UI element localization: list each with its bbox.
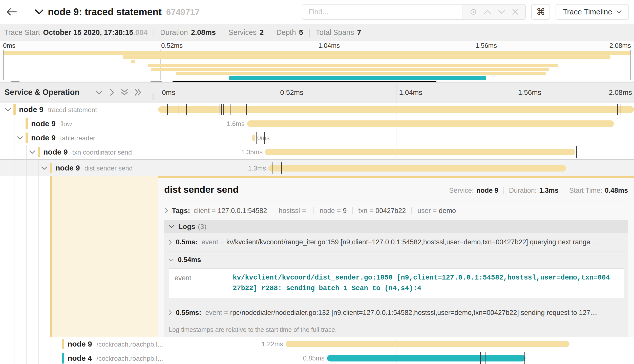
span-tree-cell[interactable]: node 9dist sender send: [0, 160, 158, 176]
span-color-bar: [26, 118, 28, 129]
clear-find-button[interactable]: [512, 9, 519, 15]
collapse-trace-header-button[interactable]: [35, 9, 44, 15]
span-duration-bar[interactable]: [265, 149, 575, 155]
span-overview: Service: node 9 Duration: 1.3ms Start Ti…: [449, 187, 628, 195]
find-next-button[interactable]: [498, 9, 505, 15]
back-button[interactable]: [0, 0, 24, 24]
span-event-tick: [476, 352, 476, 364]
indent-guide: [2, 351, 2, 364]
span-row-dist-sender-send[interactable]: node 9dist sender send 1.3ms: [0, 159, 634, 176]
span-bar-cell[interactable]: [158, 102, 634, 117]
span-row-table-reader[interactable]: node 9table reader 0ms: [0, 131, 634, 145]
span-tree-cell[interactable]: node 9txn coordinator send: [0, 145, 158, 159]
chevron-down-icon: [616, 10, 622, 14]
span-duration-bar[interactable]: [252, 135, 255, 141]
indent-guide: [2, 337, 2, 351]
keyboard-shortcuts-button[interactable]: ⌘: [531, 4, 550, 20]
indent-guide: [26, 176, 27, 337]
span-tree-cell[interactable]: node 9traced statement: [0, 102, 158, 117]
span-color-bar: [62, 353, 64, 363]
span-detail-section: dist sender send Service: node 9 Duratio…: [0, 176, 634, 337]
indent-guide: [14, 117, 14, 131]
span-tree-cell[interactable]: node 9table reader: [0, 131, 158, 145]
total-spans-value: 7: [357, 28, 361, 37]
indent-guide: [2, 102, 2, 117]
log-field-value: kv/kvclient/kvcoord/range_iter.go:159 [n…: [226, 238, 598, 246]
find-tools: [462, 5, 525, 19]
span-event-tick: [480, 352, 481, 364]
span-event-tick: [176, 104, 176, 115]
span-duration-bar[interactable]: [268, 165, 566, 172]
selected-span-accent-stripe: [50, 176, 52, 337]
service-name: node 9table reader: [31, 134, 95, 142]
span-row-node4-rpc[interactable]: node 4/cockroach.roachpb.I... 0.85ms: [0, 351, 634, 364]
indent-guide: [26, 337, 27, 351]
service-value: node 9: [476, 187, 498, 195]
operation-name: dist sender send: [84, 164, 133, 172]
span-bar-cell[interactable]: 1.35ms: [158, 145, 634, 159]
span-event-tick: [576, 146, 577, 158]
span-event-tick: [179, 104, 179, 115]
trace-view-selector[interactable]: Trace Timeline: [556, 4, 629, 20]
span-bar-cell[interactable]: 1.6ms: [158, 117, 634, 131]
indent-guide: [26, 145, 27, 159]
span-bar-cell[interactable]: 1.3ms: [158, 160, 634, 176]
tag-value: 127.0.0.1:54582: [218, 207, 267, 215]
chevron-down-icon[interactable]: [16, 135, 24, 140]
span-row-flow[interactable]: node 9flow 1.6ms: [0, 117, 634, 131]
minimap-tick: 0ms: [3, 42, 15, 50]
tags-toggle-row[interactable]: Tags: client=127.0.0.1:54582 hostssl= no…: [164, 205, 628, 217]
timeline-tick: 1.56ms: [518, 89, 541, 97]
indent-guide: [38, 176, 39, 337]
span-duration-bar[interactable]: [286, 341, 569, 347]
service-name: node 9dist sender send: [55, 164, 133, 172]
find-previous-button[interactable]: [484, 9, 491, 15]
log-entry-row-expanded[interactable]: 0.54ms: [164, 251, 628, 267]
span-event-tick: [469, 352, 469, 364]
log-entry-row[interactable]: 0.55ms: event = rpc/nodedialer/nodediale…: [164, 304, 628, 322]
span-tree-cell[interactable]: node 9/cockroach.roachpb.I...: [0, 337, 158, 351]
column-resizer-handle[interactable]: [153, 94, 155, 100]
indent-guide: [14, 131, 14, 145]
logs-footer-note: Log timestamps are relative to the start…: [164, 322, 628, 337]
trace-start-ms-suffix: .084: [133, 28, 147, 37]
span-tree-cell[interactable]: node 4/cockroach.roachpb.I...: [0, 351, 158, 364]
depth-label: Depth: [276, 28, 296, 37]
depth-value: 5: [299, 28, 303, 37]
span-event-tick: [186, 104, 187, 115]
expand-all-icon[interactable]: [134, 88, 142, 96]
minimap-canvas[interactable]: [3, 50, 631, 80]
span-tree-cell[interactable]: node 9flow: [0, 117, 158, 131]
chevron-down-icon[interactable]: [29, 149, 36, 155]
timeline-tick: 0.52ms: [280, 89, 303, 97]
log-entry-row[interactable]: 0.5ms: event = kv/kvclient/kvcoord/range…: [164, 233, 628, 251]
logs-label: Logs: [178, 223, 195, 231]
chevron-down-icon[interactable]: [4, 107, 11, 112]
span-bar-cell[interactable]: 0.85ms: [158, 351, 634, 364]
selected-span-highlight-column: [52, 176, 158, 337]
tag-key: client: [194, 207, 210, 215]
span-row-txn-coordinator-send[interactable]: node 9txn coordinator send 1.35ms: [0, 145, 634, 159]
trace-start-label: Trace Start: [4, 28, 40, 37]
span-bar-cell[interactable]: 0ms: [158, 131, 634, 145]
indent-guide: [51, 351, 51, 364]
log-field-key: event: [169, 273, 233, 294]
chevron-down-icon[interactable]: [41, 165, 48, 170]
collapse-all-icon[interactable]: [120, 88, 129, 96]
find-input[interactable]: [302, 5, 462, 19]
duration-label: Duration:: [509, 187, 537, 195]
span-duration-bar[interactable]: [247, 120, 614, 127]
span-duration-bar[interactable]: [327, 355, 525, 361]
logs-count: (3): [198, 223, 206, 231]
match-case-icon[interactable]: [470, 8, 477, 16]
span-row-traced-statement[interactable]: node 9traced statement: [0, 102, 634, 117]
span-duration-bar[interactable]: [158, 106, 634, 113]
span-bar-cell[interactable]: 1.22ms: [158, 337, 634, 351]
duration-value: 2.08ms: [191, 28, 216, 37]
logs-toggle-header[interactable]: Logs (3): [164, 220, 628, 233]
collapse-one-icon[interactable]: [95, 88, 103, 96]
span-event-tick: [284, 162, 284, 174]
expand-one-icon[interactable]: [109, 88, 115, 96]
find-group: [302, 4, 526, 20]
span-row-node9-rpc[interactable]: node 9/cockroach.roachpb.I... 1.22ms: [0, 337, 634, 351]
